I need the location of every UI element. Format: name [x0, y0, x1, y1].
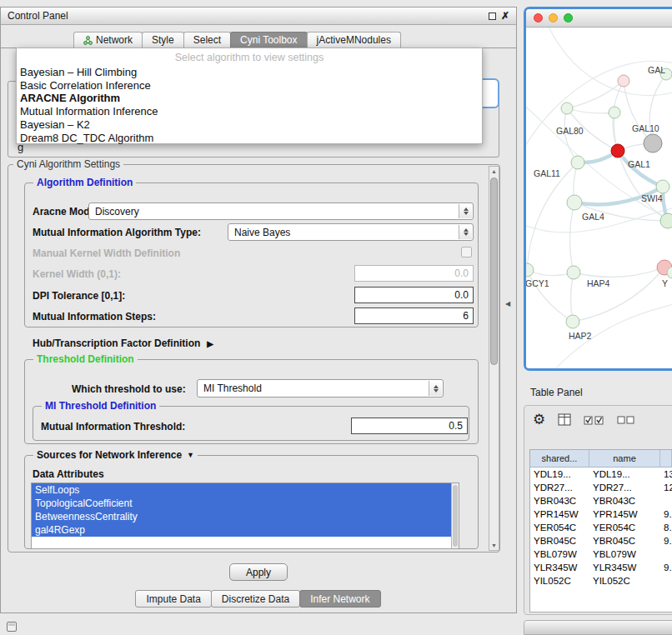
data-attributes-heading: Data Attributes [33, 468, 104, 480]
docked-panel-icon[interactable] [7, 622, 17, 632]
network-node-hap4[interactable] [567, 266, 580, 279]
mi-threshold-field[interactable] [351, 418, 468, 434]
which-threshold-combobox[interactable]: MI Threshold [197, 379, 444, 398]
apply-button[interactable]: Apply [229, 563, 288, 581]
algorithm-option[interactable]: Dream8 DC_TDC Algorithm [17, 132, 482, 145]
tab-cyni-toolbox[interactable]: Cyni Toolbox [230, 32, 307, 48]
control-panel-titlebar: Control Panel ✗ [1, 8, 516, 25]
data-attributes-items: SelfLoopsTopologicalCoefficientBetweenne… [32, 483, 459, 537]
table-row[interactable]: YER054CYER054C8. [530, 521, 672, 534]
table-panel: ⚙ shared...name YDL19...YDL19...13YDR27.… [524, 405, 672, 615]
table-row[interactable]: YPR145WYPR145W9. [530, 508, 672, 521]
algorithm-option[interactable]: Bayesian – Hill Climbing [17, 66, 482, 79]
table-cell [660, 494, 672, 508]
network-node-gal11[interactable] [571, 156, 584, 169]
table-cell: 13 [660, 468, 672, 481]
table-cell: YDR27... [530, 481, 589, 494]
manual-kernel-label: Manual Kernel Width Definition [33, 248, 180, 259]
table-row[interactable]: YLR345WYLR345W9. [530, 561, 672, 574]
scroll-down-icon[interactable]: ▼ [489, 541, 499, 550]
network-node-rightgreen[interactable] [660, 213, 672, 228]
columns-icon[interactable] [558, 413, 571, 426]
table-row[interactable]: YBR043CYBR043C [530, 494, 672, 508]
table-cell: YER054C [589, 521, 660, 534]
network-node-gal4[interactable] [567, 195, 582, 210]
sources-toggle[interactable]: Sources for Network Inference ▼ [33, 449, 198, 461]
table-cell: YBR045C [589, 534, 660, 548]
node-label: GAL [648, 65, 665, 75]
table-cell: 12 [660, 481, 672, 494]
hub-definition-toggle[interactable]: Hub/Transcription Factor Definition ▶ [33, 338, 213, 349]
network-node-hap2[interactable] [566, 315, 579, 328]
manual-kernel-checkbox [461, 247, 472, 258]
algorithm-option[interactable]: Basic Correlation Inference [17, 79, 482, 92]
kernel-width-field [354, 265, 474, 282]
network-node-gal1[interactable] [611, 144, 624, 158]
attribute-list-item[interactable]: gal4RGexp [32, 523, 459, 537]
network-canvas[interactable]: GALGAL80GAL10GAL1GAL11SWI4GAL4GCY1HAP4YH… [526, 28, 672, 370]
bottom-tabs: Impute DataDiscretize DataInfer Network [1, 590, 516, 608]
scroll-up-icon[interactable]: ▲ [489, 167, 499, 176]
aracne-mode-combobox[interactable]: Discovery [88, 202, 474, 220]
minimize-traffic-light[interactable] [549, 13, 558, 22]
column-header[interactable]: name [589, 450, 660, 468]
table-row[interactable]: YBR045CYBR045C9. [530, 534, 672, 548]
attribute-list-item[interactable]: TopologicalCoefficient [32, 497, 459, 510]
close-icon[interactable]: ✗ [501, 12, 509, 20]
float-window-icon[interactable] [489, 12, 496, 20]
table-body: YDL19...YDL19...13YDR27...YDR27...12YBR0… [530, 468, 672, 588]
network-node-gal80[interactable] [561, 102, 573, 114]
mi-threshold-group-title: MI Threshold Definition [42, 400, 159, 412]
algorithm-option[interactable]: Bayesian – K2 [17, 118, 482, 132]
table-row[interactable]: YDL19...YDL19...13 [530, 468, 672, 481]
table-cell: YIL052C [530, 574, 589, 588]
mi-type-combobox[interactable]: Naive Bayes [228, 223, 474, 241]
algorithm-placeholder: Select algorithm to view settings [17, 50, 482, 66]
scrollbar-thumb[interactable] [490, 178, 498, 365]
tab-style[interactable]: Style [142, 32, 184, 48]
tab-network[interactable]: Network [73, 32, 143, 48]
mi-type-label: Mutual Information Algorithm Type: [33, 227, 201, 238]
attribute-list-item[interactable]: SelfLoops [32, 483, 459, 497]
algorithm-option[interactable]: Mutual Information Inference [17, 105, 482, 118]
network-node-greena[interactable] [609, 107, 620, 118]
panel-splitter-collapse-icon[interactable]: ◀ [505, 300, 510, 308]
table-cell: YPR145W [589, 508, 660, 521]
algorithm-definition-title: Algorithm Definition [33, 177, 136, 188]
bottom-tab-impute-data[interactable]: Impute Data [135, 590, 211, 608]
attribute-list-item[interactable]: BetweennessCentrality [32, 510, 459, 523]
bottom-tab-discretize-data[interactable]: Discretize Data [211, 590, 300, 608]
network-node-gcy1[interactable] [526, 263, 534, 277]
algorithm-option[interactable]: ARACNE Algorithm [17, 92, 482, 105]
settings-scrollbar[interactable]: ▲ ▼ [489, 166, 499, 551]
zoom-traffic-light[interactable] [564, 13, 573, 22]
column-header[interactable] [660, 450, 672, 468]
table-header-row: shared...name [530, 450, 672, 468]
dpi-tolerance-field[interactable] [354, 287, 474, 303]
which-threshold-label: Which threshold to use: [72, 383, 186, 395]
combo-stepper-icon [429, 381, 442, 396]
column-header[interactable]: shared... [530, 450, 589, 468]
bottom-tab-infer-network[interactable]: Infer Network [299, 590, 380, 608]
table-cell [660, 574, 672, 588]
network-node-gal10[interactable] [644, 134, 662, 152]
tab-select[interactable]: Select [183, 32, 231, 48]
table-cell: YER054C [530, 521, 589, 534]
table-row[interactable]: YDR27...YDR27...12 [530, 481, 672, 494]
gear-icon[interactable]: ⚙ [533, 412, 545, 427]
table-row[interactable]: YBL079WYBL079W [530, 548, 672, 561]
mi-steps-field[interactable] [354, 308, 474, 324]
table-cell: YDR27... [589, 481, 660, 494]
table-cell: YBR043C [530, 494, 589, 508]
deselect-all-icon[interactable] [617, 416, 634, 424]
attribute-list-scrollbar[interactable] [451, 483, 459, 548]
tab-jactivemnodules[interactable]: jActiveMNodules [307, 32, 401, 48]
table-row[interactable]: YIL052CYIL052C [530, 574, 672, 588]
network-node-pinktop[interactable] [618, 75, 629, 87]
network-node-swi4[interactable] [656, 180, 669, 193]
select-all-icon[interactable] [584, 415, 604, 425]
table-cell: YBR045C [530, 534, 589, 548]
close-traffic-light[interactable] [534, 13, 543, 22]
table-cell: YBR043C [589, 494, 660, 508]
tab-label: Select [193, 34, 221, 46]
